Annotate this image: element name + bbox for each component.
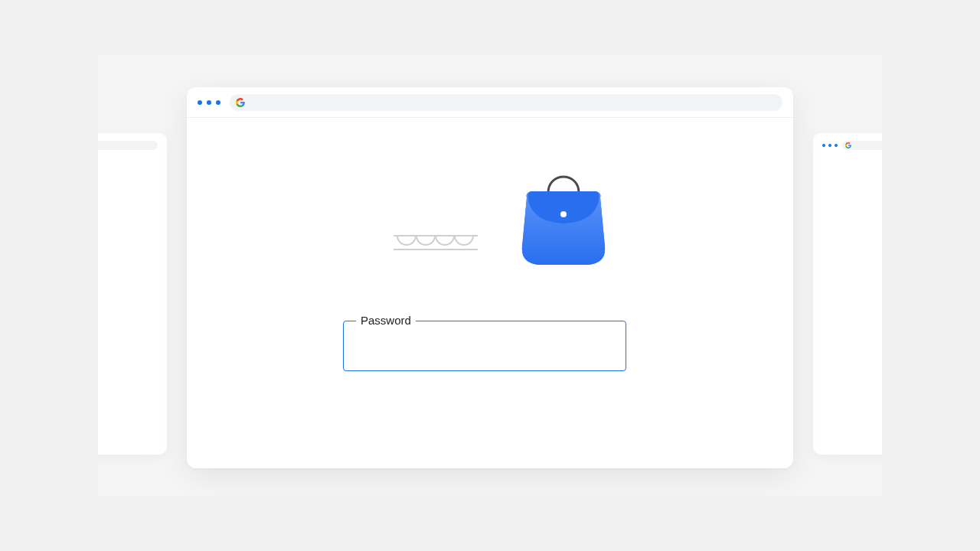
url-bar-mini	[842, 141, 882, 150]
password-field-wrap: Password	[343, 321, 626, 371]
password-field[interactable]: Password	[343, 321, 626, 371]
background-browser-window-right	[813, 133, 882, 455]
google-g-logo-icon	[236, 98, 245, 107]
url-bar-mini	[98, 141, 158, 150]
handbag-icon	[518, 164, 609, 271]
url-bar[interactable]	[230, 94, 782, 111]
password-input[interactable]	[344, 321, 626, 370]
window-control-dots[interactable]	[198, 100, 220, 105]
google-g-logo-icon	[845, 142, 851, 148]
page-content: Password	[187, 118, 793, 468]
svg-point-2	[560, 211, 567, 217]
scallop-decoration-icon	[394, 233, 478, 254]
browser-chrome-bar	[187, 87, 793, 118]
stage-background: Password	[98, 55, 882, 496]
hero-illustration	[187, 141, 793, 294]
browser-window: Password	[187, 87, 793, 468]
background-browser-window-left	[98, 133, 167, 455]
window-control-dots	[822, 144, 838, 147]
